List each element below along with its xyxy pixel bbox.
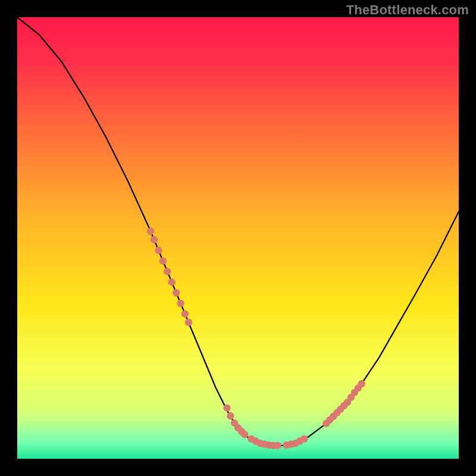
gradient-background — [17, 17, 459, 459]
marker-dot — [168, 278, 176, 286]
marker-dot — [241, 431, 248, 438]
marker-dot — [164, 268, 171, 275]
marker-dot — [159, 257, 167, 264]
marker-dot — [185, 319, 192, 326]
marker-dot — [155, 247, 162, 254]
marker-dot — [223, 404, 230, 411]
marker-dot — [177, 300, 184, 307]
marker-dot — [274, 442, 281, 449]
marker-dot — [181, 310, 189, 317]
marker-dot — [173, 289, 180, 296]
marker-dot — [147, 228, 154, 235]
watermark-label: TheBottleneck.com — [346, 2, 469, 18]
plot-area — [17, 17, 459, 459]
outer-frame: TheBottleneck.com — [0, 0, 476, 476]
marker-dot — [300, 435, 308, 442]
marker-dot — [151, 236, 158, 243]
marker-dot — [227, 412, 234, 419]
marker-dot — [358, 380, 365, 387]
chart-canvas — [17, 17, 459, 459]
